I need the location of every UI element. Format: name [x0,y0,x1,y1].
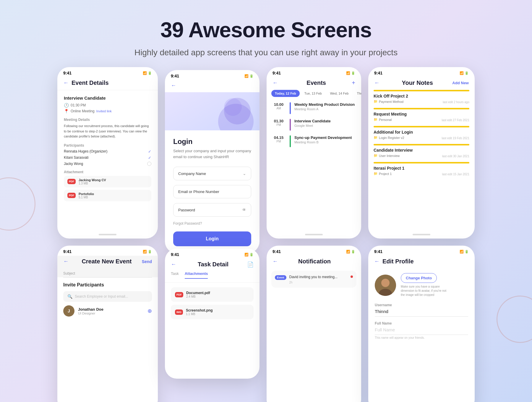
email-field[interactable]: Email or Phone Number [173,185,251,198]
back-button[interactable]: ← [374,80,379,86]
attach-name: Jacking Wong CV [79,178,106,182]
attachment-item: PDF Jacking Wong CV 1.3 MB [64,176,151,187]
task-tabs: Task Attachments [165,271,259,283]
event-title: Interview Candidate [294,119,331,123]
home-bar [413,234,430,235]
forgot-password-link[interactable]: Forgot Password? [173,221,251,226]
status-icons: 📶 🔋 [244,74,254,78]
back-button[interactable]: ← [171,82,176,89]
change-photo-button[interactable]: Change Photo [401,273,437,283]
username-value[interactable]: Thinnd [375,309,468,317]
date-tab-tue[interactable]: Tue, 13 Feb [301,90,325,97]
add-event-button[interactable]: + [352,80,355,86]
attachment-label: Attachment [64,170,151,174]
avatar-image [375,275,396,296]
attach-size: 1.3 MB [79,182,106,185]
file-icon: 📄 [247,261,254,268]
note-sub: 📁 Login Register v2 [374,136,404,140]
send-button[interactable]: Send [142,259,152,264]
screen-title: Event Details [72,80,109,86]
folder-icon: 📁 [374,154,378,158]
home-indicator [368,233,475,239]
back-button[interactable]: ← [171,261,176,268]
edit-profile-body: Change Photo Make sure you have a square… [368,268,475,402]
invited-link[interactable]: Invited link [96,109,112,113]
time-display: 9:41 [374,71,382,75]
page-header: 39 Awesome Screens Highly detailed app s… [0,0,532,67]
home-bar [305,234,323,235]
dropdown-icon: ⌄ [243,171,246,176]
password-field-group: Password 👁 [173,203,251,217]
participant-row: Jacky Wong [64,162,151,166]
notification-screen: 9:41 📶 🔋 ← Notification Event David invi… [267,246,361,402]
search-bar[interactable]: 🔍 Search Employee or Input email... [63,291,152,302]
avatar: J [63,305,74,317]
event-details-screen: 9:41 📶 🔋 ← Event Details Interview Candi… [57,67,158,239]
date-tab-thu[interactable]: Thu, 15 Feb [353,90,361,97]
fullname-label: Full Name [375,321,468,325]
back-button[interactable]: ← [374,258,379,265]
note-item: Request Meeting 📁 Personal last edit 27 … [368,108,475,122]
event-time-value: 01.30 [271,119,286,123]
login-button[interactable]: Login [173,231,251,246]
password-label: Password [178,208,195,212]
date-tab-today[interactable]: Today, 12 Feb [271,90,300,97]
tab-task[interactable]: Task [171,271,179,279]
your-notes-screen: 9:41 📶 🔋 ← Your Notes Add New Kick Off P… [368,67,475,239]
attach-name: Portofolio [79,192,94,196]
folder-icon: 📁 [374,118,378,121]
note-item: Additional for Login 📁 Login Register v2… [368,126,475,140]
status-bar: 9:41 📶 🔋 [368,67,475,77]
tab-attachments[interactable]: Attachments [185,271,208,279]
password-field[interactable]: Password 👁 [173,203,251,217]
invite-title: Invite Participants [63,282,152,288]
note-item: Kick Off Project 2 📁 Payment Method last… [368,90,475,104]
event-content: Interview Candidate Google Meet [294,119,331,127]
attach-size: 5.1 MB [79,196,94,199]
note-item: Iterasi Project 1 📁 Project 1 last edit … [368,162,475,176]
check-icon: ✓ [148,155,151,160]
screen-title: Notification [298,258,331,265]
folder-icon: 📁 [374,100,378,103]
time-display: 9:41 [171,74,179,78]
home-indicator [267,233,361,239]
time-display: 9:41 [171,252,179,257]
note-date: last edit 27 Feb 2021 [442,119,469,122]
avatar-section: Change Photo Make sure you have a square… [375,273,468,297]
task-body: PDF Document.pdf 2.4 MB IMG Screenshot.p… [165,283,259,379]
note-bar [374,90,469,91]
attachment-size: 1.1 MB [186,312,213,316]
event-title: Weekly Meeting Product Division [294,102,355,107]
note-footer: 📁 Project 1 last edit 15 Jan 2021 [374,171,469,176]
notif-left: Event [275,274,286,284]
attachment-name: Document.pdf [186,291,210,295]
company-field-group: Company Name ⌄ [173,167,251,180]
fullname-value[interactable]: Full Name [375,327,468,335]
add-participant-button[interactable]: ⊕ [147,308,152,314]
attachments-list: PDF Jacking Wong CV 1.3 MB PDF Portofoli… [64,176,151,201]
note-footer: 📁 Personal last edit 27 Feb 2021 [374,117,469,122]
back-button[interactable]: ← [273,80,278,86]
screen-header: ← Events + [267,77,361,90]
event-time-value: 10.00 [271,102,286,107]
attachment-item: PDF Portofolio 5.1 MB [64,190,151,201]
add-new-button[interactable]: Add New [452,81,469,85]
unchecked-icon [147,162,151,166]
company-name-field[interactable]: Company Name ⌄ [173,167,251,180]
back-button[interactable]: ← [273,258,278,265]
back-button[interactable]: ← [63,80,69,86]
back-button[interactable]: ← [63,258,69,265]
event-badge: Event [275,275,286,280]
status-icons: 📶 🔋 [244,253,254,257]
events-list: 10.00 AM Weekly Meeting Product Division… [267,100,361,233]
participant-row: Kitani Sarasvati ✓ [64,155,151,160]
note-footer: 📁 Payment Method last edit 2 hours ago [374,99,469,104]
pdf-badge: PDF [67,193,76,198]
note-title: Request Meeting [374,112,469,116]
note-date: last edit 2 hours ago [443,100,469,104]
note-date: last edit 30 Jan 2021 [442,155,469,158]
participant-name: Jacky Wong [64,162,83,166]
attachment-card: PDF Document.pdf 2.4 MB [171,287,254,302]
date-tab-wed[interactable]: Wed, 14 Feb [327,90,352,97]
note-bar [374,108,469,109]
